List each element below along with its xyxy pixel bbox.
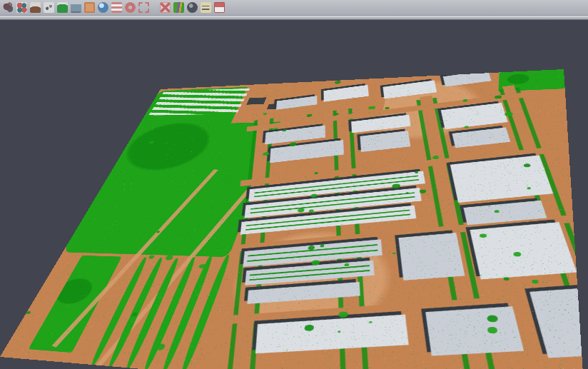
city-blocks: [26, 69, 585, 369]
measure-bar-icon[interactable]: [214, 2, 225, 13]
tree: [487, 327, 497, 334]
building-roof: [470, 222, 577, 279]
low-points-icon[interactable]: [44, 2, 54, 13]
building-roof: [452, 127, 511, 148]
report-map-icon[interactable]: [201, 2, 211, 13]
tree: [505, 112, 512, 116]
building-roof: [270, 140, 344, 163]
app-window: [0, 0, 588, 369]
vegetation-points-icon[interactable]: [57, 2, 68, 13]
selection-box-icon[interactable]: [138, 2, 149, 13]
terrain-point-cloud: [0, 69, 585, 369]
building-roof: [324, 85, 369, 102]
building-roof: [276, 96, 317, 109]
tree: [504, 278, 509, 281]
building-points-icon[interactable]: [71, 2, 81, 13]
tree: [514, 252, 521, 256]
tree: [532, 280, 539, 284]
building-roof: [529, 287, 585, 358]
classify-points-icon[interactable]: [16, 2, 27, 13]
roof-ridge-line: [245, 214, 410, 231]
tree: [344, 263, 350, 266]
tree: [487, 315, 497, 322]
target-ring-icon[interactable]: [125, 2, 136, 13]
tree: [369, 321, 372, 323]
terrain-grid-icon[interactable]: [84, 2, 95, 13]
render-sphere-icon[interactable]: [187, 2, 198, 13]
building-roof: [360, 131, 411, 152]
tree: [524, 163, 531, 167]
building-roof: [443, 71, 492, 87]
ground-points-icon[interactable]: [30, 2, 41, 13]
viewport-3d[interactable]: [0, 20, 588, 369]
building-roof: [425, 306, 524, 355]
main-toolbar: [0, 0, 588, 16]
globe-icon[interactable]: [98, 2, 108, 13]
clip-cross-icon[interactable]: [160, 2, 171, 13]
profile-lines-icon[interactable]: [111, 2, 122, 13]
classification-map-icon[interactable]: [173, 2, 184, 13]
building-roof: [398, 233, 465, 280]
tree: [392, 252, 396, 254]
tree: [494, 210, 499, 213]
building-roof: [441, 103, 508, 129]
toolbar-separator: [151, 2, 158, 13]
point-cloud-icon[interactable]: [3, 2, 14, 13]
